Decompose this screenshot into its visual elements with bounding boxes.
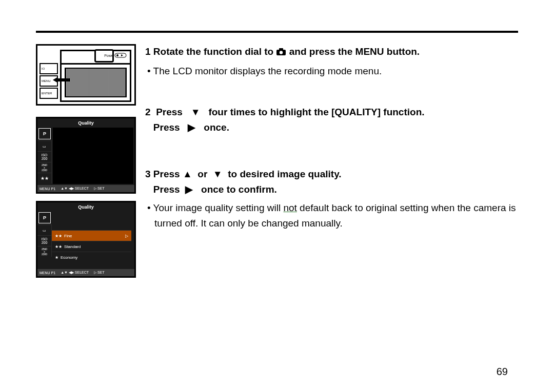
- step-text: Press: [156, 107, 183, 117]
- lcd-option-list: ★★ Fine ▷ ★★ Standard ★ Economy: [52, 230, 131, 262]
- down-triangle-icon: ▼: [191, 105, 201, 120]
- step-text: four times to highlight the [QUALITY] fu…: [208, 107, 424, 117]
- step-number: 3: [145, 167, 151, 182]
- top-rule: [36, 31, 518, 33]
- lcd-quality-options: Quality P ▭ ISO 200 2560 x 2300 ★★ Fine …: [36, 201, 136, 278]
- page-number: 69: [497, 366, 508, 378]
- figure-column: Power IO MENU ENTER Quality: [36, 44, 136, 285]
- camera-screen-hatch: [65, 68, 127, 97]
- lcd-quality-menu: Quality P ▭ ISO 200 2560 x 2300 ★★ MENU …: [36, 117, 136, 194]
- step-3: 3 Press ▲ or ▼ to desired image quality.…: [145, 167, 518, 231]
- step-text: Press: [153, 122, 180, 133]
- iso-icon: ISO 200: [37, 151, 52, 162]
- camera-back: [60, 63, 131, 102]
- step-bullet: The LCD monitor displays the recording m…: [147, 64, 518, 78]
- p-mode-icon: P: [38, 128, 51, 139]
- star-icon: ★★: [55, 244, 62, 249]
- instruction-column: 1 Rotate the function dial to and press …: [145, 44, 518, 285]
- option-label: Economy: [61, 255, 77, 260]
- power-label: Power: [104, 53, 127, 58]
- camera-illustration: Power IO MENU ENTER: [36, 44, 136, 106]
- lcd-left-icons: P ▭ ISO 200 2560 x 2300 ★★: [37, 127, 52, 183]
- star-icon: ★★: [55, 234, 62, 238]
- underlined-not: not: [283, 202, 296, 213]
- option-economy: ★ Economy: [52, 252, 131, 262]
- svg-rect-4: [279, 48, 283, 51]
- step-text: or: [197, 169, 207, 179]
- lcd-footer: MENU P1 ▲▼ ◀▶ SELECT ▷ SET: [37, 269, 134, 276]
- size-icon: 2560 x 2300: [37, 162, 52, 173]
- quality-stars-icon: ★★: [37, 173, 52, 183]
- step-text: Press: [153, 169, 180, 179]
- down-triangle-icon: ▼: [213, 167, 223, 182]
- step-number: 2: [145, 105, 151, 120]
- option-label: Fine: [64, 234, 72, 238]
- lcd-title: Quality: [37, 120, 134, 126]
- step-text: once to confirm.: [201, 184, 277, 195]
- right-triangle-icon: ▶: [188, 120, 195, 135]
- frame-icon: ▭: [37, 140, 52, 151]
- svg-point-1: [116, 54, 118, 56]
- btn-enter: ENTER: [39, 88, 58, 99]
- option-fine: ★★ Fine ▷: [52, 230, 131, 241]
- step-text: Rotate the function dial to: [153, 46, 273, 57]
- star-icon: ★: [55, 255, 58, 260]
- step-text: and press the MENU button.: [289, 46, 420, 57]
- svg-point-5: [280, 51, 283, 54]
- iso-icon: ISO 200: [37, 235, 52, 246]
- step-text: Press: [153, 184, 180, 195]
- step-text: to desired image quality.: [228, 169, 341, 179]
- camera-mode-icon: [276, 45, 286, 60]
- size-icon: 2560 x 2300: [37, 246, 52, 257]
- lcd-preview-area: [53, 128, 133, 184]
- up-triangle-icon: ▲: [183, 167, 192, 182]
- step-2: 2 Press ▼ four times to highlight the [Q…: [145, 105, 518, 136]
- option-label: Standard: [64, 244, 81, 249]
- option-standard: ★★ Standard: [52, 241, 131, 252]
- lcd-footer: MENU P1 ▲▼ ◀▶ SELECT ▷ SET: [37, 185, 134, 192]
- step-number: 1: [145, 44, 151, 59]
- step-bullet: Your image quality setting will not defa…: [147, 200, 518, 231]
- p-mode-icon: P: [38, 212, 51, 223]
- step-text: once.: [204, 122, 229, 133]
- lcd-left-icons: P ▭ ISO 200 2560 x 2300: [37, 211, 52, 257]
- pointer-arrow-icon: [53, 75, 70, 85]
- step-1: 1 Rotate the function dial to and press …: [145, 44, 518, 79]
- frame-icon: ▭: [37, 224, 52, 235]
- btn-io: IO: [39, 63, 58, 74]
- right-triangle-icon: ▶: [185, 182, 193, 197]
- lcd-title: Quality: [37, 204, 134, 210]
- chevron-right-icon: ▷: [125, 234, 128, 238]
- camera-top: Power: [60, 50, 131, 65]
- svg-rect-2: [58, 78, 70, 81]
